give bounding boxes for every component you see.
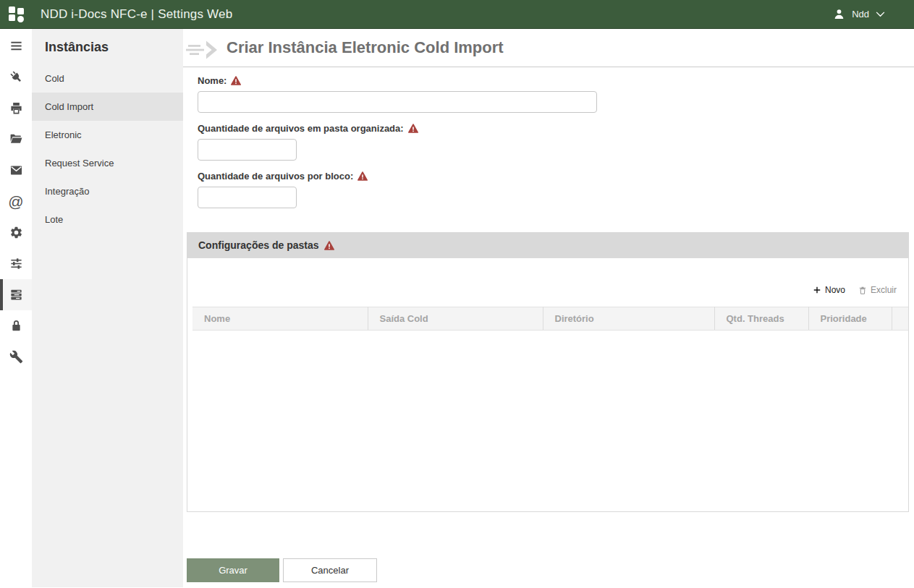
- folders-table: Nome Saída Cold Diretório Qtd. Threads P…: [192, 307, 908, 331]
- sidebar-item-integracao[interactable]: Integração: [32, 177, 183, 205]
- user-menu[interactable]: Ndd: [833, 8, 914, 20]
- excluir-label: Excluir: [871, 285, 897, 295]
- sidebar-item-request-service[interactable]: Request Service: [32, 149, 183, 177]
- field-qtd-bloco: Quantidade de arquivos por bloco:: [198, 171, 914, 208]
- folder-open-icon: [9, 132, 23, 146]
- field-qtd-pasta-label-row: Quantidade de arquivos em pasta organiza…: [198, 123, 914, 134]
- wrench-icon: [9, 350, 23, 364]
- folder-config-section: Configurações de pastas Novo: [187, 232, 909, 512]
- rail-tools-button[interactable]: [0, 341, 32, 372]
- warning-icon: [408, 124, 418, 133]
- gear-icon: [9, 226, 23, 239]
- novo-button[interactable]: Novo: [813, 285, 845, 295]
- rail-printers-button[interactable]: [0, 93, 32, 124]
- servers-icon: [9, 288, 23, 302]
- form-area: Nome: Quantidade de arquivos em pasta or…: [183, 67, 914, 218]
- col-header-saida-cold[interactable]: Saída Cold: [368, 307, 543, 331]
- field-nome-label: Nome:: [198, 75, 227, 86]
- nome-input[interactable]: [198, 91, 597, 113]
- qtd-pasta-input[interactable]: [198, 139, 297, 161]
- sidebar: Instâncias Cold Cold Import Eletronic Re…: [32, 29, 183, 587]
- table-empty-area: [187, 331, 908, 511]
- plus-icon: [813, 286, 821, 294]
- user-name: Ndd: [852, 9, 869, 20]
- mail-icon: [9, 163, 23, 177]
- rail-folders-button[interactable]: [0, 124, 32, 155]
- warning-icon: [324, 241, 334, 250]
- app-title: NDD i-Docs NFC-e | Settings Web: [41, 7, 232, 22]
- lock-icon: [9, 319, 23, 333]
- col-header-spacer: [892, 307, 908, 331]
- sidebar-item-lote[interactable]: Lote: [32, 205, 183, 234]
- app-logo: [0, 6, 33, 22]
- col-header-prioridade[interactable]: Prioridade: [808, 307, 892, 331]
- rail-menu-button[interactable]: [0, 30, 32, 61]
- field-qtd-bloco-label: Quantidade de arquivos por bloco:: [198, 171, 353, 182]
- qtd-bloco-input[interactable]: [198, 187, 297, 208]
- field-qtd-bloco-label-row: Quantidade de arquivos por bloco:: [198, 171, 914, 182]
- rail-parameters-button[interactable]: [0, 248, 32, 279]
- rail-security-button[interactable]: [0, 310, 32, 341]
- rail-connections-button[interactable]: [0, 61, 32, 93]
- col-header-qtd-threads[interactable]: Qtd. Threads: [714, 307, 808, 331]
- rail-at-button[interactable]: @: [0, 186, 32, 217]
- page-header: Criar Instância Eletronic Cold Import: [183, 29, 914, 67]
- sidebar-item-cold-import[interactable]: Cold Import: [32, 93, 183, 121]
- rail-settings-button[interactable]: [0, 217, 32, 248]
- gravar-button[interactable]: Gravar: [187, 558, 279, 582]
- warning-icon: [231, 76, 241, 85]
- novo-label: Novo: [825, 285, 845, 295]
- field-nome-label-row: Nome:: [198, 75, 914, 86]
- grid-toolbar: Novo Excluir: [187, 258, 908, 307]
- icon-rail: @: [0, 29, 32, 587]
- form-actions: Gravar Cancelar: [183, 512, 914, 582]
- printer-icon: [9, 101, 23, 115]
- field-nome: Nome:: [198, 75, 914, 113]
- top-bar: NDD i-Docs NFC-e | Settings Web Ndd: [0, 0, 914, 29]
- section-body: Novo Excluir: [187, 258, 909, 512]
- col-header-diretorio[interactable]: Diretório: [543, 307, 714, 331]
- sidebar-title: Instâncias: [32, 29, 183, 64]
- section-title: Configurações de pastas: [198, 239, 319, 251]
- table-header-row: Nome Saída Cold Diretório Qtd. Threads P…: [192, 307, 908, 331]
- cancelar-button[interactable]: Cancelar: [283, 558, 377, 582]
- sliders-icon: [9, 257, 23, 270]
- sidebar-item-cold[interactable]: Cold: [32, 64, 183, 93]
- col-header-nome[interactable]: Nome: [192, 307, 368, 331]
- field-qtd-pasta: Quantidade de arquivos em pasta organiza…: [198, 123, 914, 161]
- trash-icon: [858, 286, 867, 295]
- excluir-button[interactable]: Excluir: [858, 285, 897, 295]
- section-header: Configurações de pastas: [187, 232, 909, 258]
- field-qtd-pasta-label: Quantidade de arquivos em pasta organiza…: [198, 123, 404, 134]
- rail-mail-button[interactable]: [0, 155, 32, 186]
- rail-instances-button[interactable]: [0, 279, 32, 310]
- sidebar-item-eletronic[interactable]: Eletronic: [32, 121, 183, 149]
- logo-grid-icon: [9, 6, 25, 22]
- chevron-down-icon: [876, 12, 885, 17]
- page-header-arrow-icon: [186, 39, 221, 61]
- page-title: Criar Instância Eletronic Cold Import: [227, 38, 504, 57]
- menu-icon: [9, 39, 23, 53]
- plug-icon: [9, 70, 23, 84]
- main-panel: Criar Instância Eletronic Cold Import No…: [183, 29, 914, 587]
- user-icon: [833, 8, 845, 20]
- warning-icon: [357, 171, 368, 181]
- at-icon: @: [8, 194, 23, 209]
